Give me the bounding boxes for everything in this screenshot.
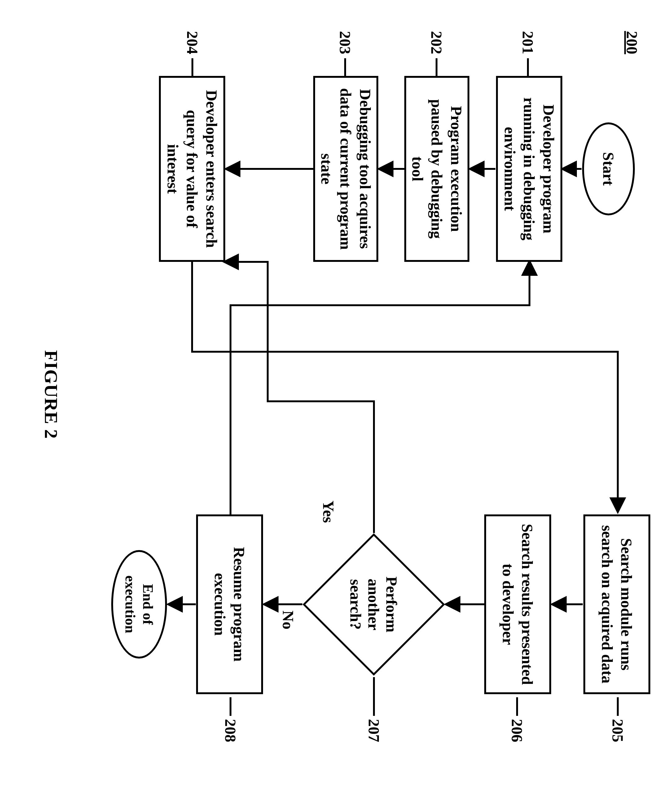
figure-label: FIGURE 2 [40, 350, 62, 439]
box-205-text: Search module runs search on acquired da… [598, 524, 636, 685]
box-201: Developer program running in debugging e… [496, 76, 562, 262]
decision-207-text: Perform another search? [347, 563, 401, 645]
box-208: Resume program execution [196, 514, 263, 694]
box-204-text: Developer enters search query for value … [163, 85, 221, 253]
box-201-text: Developer program running in debugging e… [500, 85, 558, 253]
num-204: 204 [183, 31, 201, 54]
start-label: Start [599, 152, 618, 186]
box-203-text: Debugging tool acquires data of current … [317, 85, 375, 253]
canvas: Start Developer program running in debug… [0, 0, 672, 811]
num-203: 203 [336, 31, 354, 54]
decision-207: Perform another search? [323, 554, 424, 655]
end-terminal: End of execution [111, 550, 167, 658]
box-203: Debugging tool acquires data of current … [313, 76, 378, 262]
yes-label: Yes [320, 501, 337, 523]
num-201: 201 [519, 31, 537, 54]
box-208-text: Resume program execution [210, 524, 249, 685]
box-204: Developer enters search query for value … [159, 76, 225, 262]
box-206-text: Search results presented to developer [499, 524, 537, 685]
flowchart-scene: Start Developer program running in debug… [0, 0, 672, 811]
num-205: 205 [609, 719, 627, 742]
box-202-text: Program execution paused by debugging to… [408, 85, 466, 253]
num-207: 207 [365, 719, 383, 742]
decision-207-label: Perform another search? [323, 554, 424, 655]
box-205: Search module runs search on acquired da… [583, 514, 650, 694]
box-206: Search results presented to developer [484, 514, 551, 694]
start-terminal: Start [582, 122, 635, 215]
page-id: 200 [623, 31, 641, 54]
num-202: 202 [428, 31, 445, 54]
box-202: Program execution paused by debugging to… [404, 76, 469, 262]
no-label: No [279, 611, 297, 629]
num-206: 206 [508, 719, 526, 742]
num-208: 208 [222, 719, 239, 742]
end-label: End of execution [122, 561, 157, 647]
